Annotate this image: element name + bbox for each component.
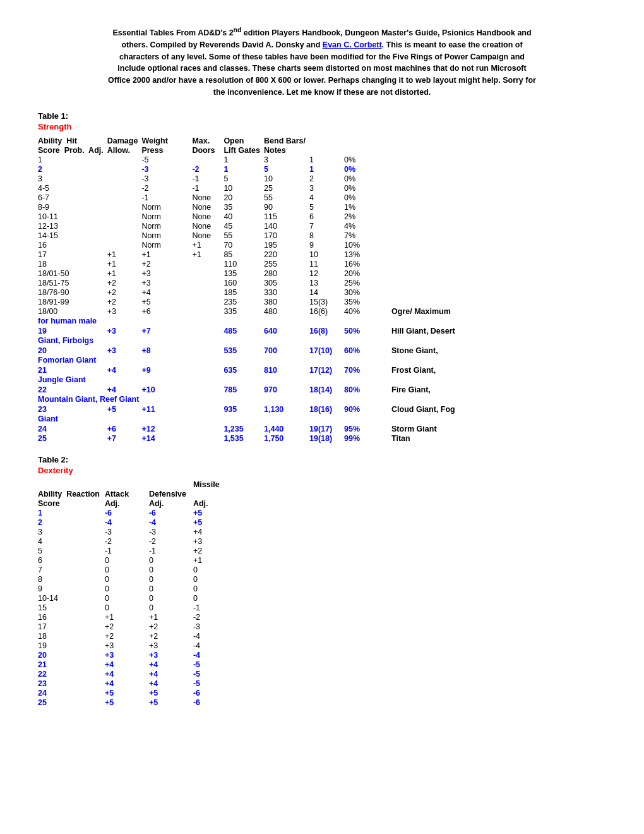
str-table-row: 1-51310% <box>38 155 459 165</box>
str-giant-row: Jungle Giant <box>38 375 459 385</box>
dex-col-score-lbl: Ability Reaction <box>38 490 105 499</box>
table2-label: Table 2: <box>38 455 606 464</box>
dex-table-row: 21+4+4-5 <box>38 660 249 670</box>
intro-block: Essential Tables From AD&D's 2nd edition… <box>107 25 537 99</box>
dex-table-row: 17+2+2-3 <box>38 622 249 632</box>
dex-table-row: 2-4-4+5 <box>38 518 249 528</box>
evan-link[interactable]: Evan C. Corbett <box>323 40 382 49</box>
str-table-row: 14-15NormNone5517087% <box>38 231 459 241</box>
dex-table-row: 24+5+5-6 <box>38 689 249 698</box>
str-table-row: 23+5+119351,13018(16)90%Cloud Giant, Fog <box>38 405 459 414</box>
str-table-row: 24+6+121,2351,44019(17)95%Storm Giant <box>38 425 459 434</box>
col-weight: Weight <box>141 136 192 146</box>
str-table-row: 19+3+748564016(8)50%Hill Giant, Desert <box>38 327 459 336</box>
str-table-row: 18/01-50+1+31352801220% <box>38 269 459 279</box>
table2-title: Dexterity <box>38 466 606 475</box>
dex-table-row: 16+1+1-2 <box>38 613 249 622</box>
intro-text-1: Essential Tables From AD&D's 2nd edition… <box>108 28 536 97</box>
str-table-row: 8-9NormNone359051% <box>38 203 459 212</box>
dex-table-row: 1500-1 <box>38 603 249 613</box>
dex-col-ability <box>38 480 105 490</box>
dex-col-attack-lbl: Attack <box>105 490 149 499</box>
col-lift-gates: Lift Gates <box>224 146 264 155</box>
dex-col-reaction <box>105 480 149 490</box>
str-table-row: 22+4+1078597018(14)80%Fire Giant, <box>38 385 459 395</box>
col-open-doors: Open <box>224 136 264 146</box>
str-table-row: 16Norm+170195910% <box>38 241 459 250</box>
dex-table-row: 3-3-3+4 <box>38 528 249 537</box>
dex-col-score2: Score <box>38 499 105 509</box>
col-bend-bars: Bend Bars/ <box>264 136 309 146</box>
str-giant-row: for human male <box>38 317 459 327</box>
table2-wrapper: Table 2: Dexterity Missile Ability React… <box>38 455 606 708</box>
str-giant-row: Giant <box>38 414 459 425</box>
str-table-row: 20+3+853570017(10)60%Stone Giant, <box>38 346 459 356</box>
table1-label: Table 1: <box>38 111 606 121</box>
dex-table-row: 10-14000 <box>38 594 249 603</box>
str-table-row: 18/91-99+2+523538015(3)35% <box>38 298 459 307</box>
str-table-row: 18+1+21102551116% <box>38 260 459 269</box>
str-table-row: 17+1+1+1852201013% <box>38 250 459 260</box>
dex-table-row: 19+3+3-4 <box>38 641 249 651</box>
str-giant-row: Giant, Firbolgs <box>38 336 459 346</box>
str-giant-row: Mountain Giant, Reef Giant <box>38 395 459 405</box>
dex-table-row: 18+2+2-4 <box>38 632 249 641</box>
dex-col-missile: Missile <box>193 480 244 490</box>
dex-col-missile-lbl: Defensive <box>149 490 193 499</box>
str-table-row: 10-11NormNone4011562% <box>38 212 459 222</box>
dex-table-row: 7000 <box>38 565 249 575</box>
dexterity-table: Missile Ability Reaction Attack Defensiv… <box>38 480 249 708</box>
col-max-press: Max. <box>192 136 224 146</box>
dex-col-def-lbl <box>193 490 244 499</box>
col-doors: Doors <box>192 146 224 155</box>
dex-col-def-adj <box>244 499 249 509</box>
dex-table-row: 1-6-6+5 <box>38 509 249 518</box>
col-damage: Damage <box>107 136 142 146</box>
dex-table-row: 20+3+3-4 <box>38 651 249 660</box>
dex-col-missile-adj: Adj. <box>193 499 244 509</box>
table1-title: Strength <box>38 122 606 131</box>
str-table-row: 2-3-21510% <box>38 165 459 174</box>
dex-table-row: 600+1 <box>38 556 249 565</box>
col-ability-score: Ability Hit <box>38 136 107 146</box>
str-table-row: 3-3-151020% <box>38 174 459 184</box>
dex-table-row: 9000 <box>38 584 249 594</box>
dex-col-attack <box>149 480 193 490</box>
dex-table-row: 23+4+4-5 <box>38 679 249 689</box>
str-table-row: 18/00+3+633548016(6)40%Ogre/ Maximum <box>38 307 459 317</box>
str-table-row: 18/76-90+2+41853301430% <box>38 288 459 298</box>
col-press: Press <box>141 146 192 155</box>
dex-table-row: 5-1-1+2 <box>38 547 249 556</box>
str-giant-row: Fomorian Giant <box>38 356 459 366</box>
dex-col-defensive <box>244 480 249 490</box>
dex-table-row: 4-2-2+3 <box>38 537 249 547</box>
str-table-row: 4-5-2-1102530% <box>38 184 459 193</box>
col-allow: Allow. <box>107 146 142 155</box>
dex-col-reaction-adj: Adj. <box>105 499 149 509</box>
str-table-row: 12-13NormNone4514074% <box>38 222 459 231</box>
dex-table-row: 8000 <box>38 575 249 584</box>
col-notes-hdr: Notes <box>264 146 309 155</box>
str-table-row: 21+4+963581017(12)70%Frost Giant, <box>38 366 459 375</box>
dex-col-attack-adj: Adj. <box>149 499 193 509</box>
strength-table: Ability Hit Damage Weight Max. Open Bend… <box>38 136 459 444</box>
dex-table-row: 25+5+5-6 <box>38 698 249 708</box>
table1-wrapper: Table 1: Strength Ability Hit Damage Wei… <box>38 111 606 444</box>
col-notes <box>309 136 344 146</box>
str-table-row: 18/51-75+2+31603051325% <box>38 279 459 288</box>
col-score-prob: Score Prob. Adj. <box>38 146 107 155</box>
str-table-row: 25+7+141,5351,75019(18)99%Titan <box>38 434 459 444</box>
str-table-row: 6-7-1None205540% <box>38 193 459 203</box>
dex-table-row: 22+4+4-5 <box>38 670 249 679</box>
